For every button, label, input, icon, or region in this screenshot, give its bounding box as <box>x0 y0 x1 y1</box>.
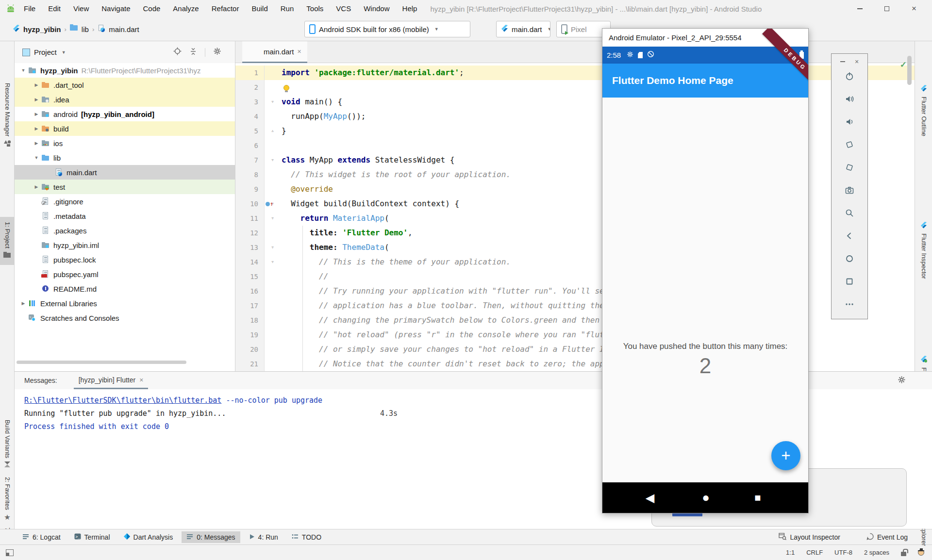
increment-fab-button[interactable]: + <box>771 441 800 470</box>
menu-help[interactable]: Help <box>396 0 424 17</box>
tab-main-dart[interactable]: main.dart × <box>242 41 307 63</box>
sidebar-item-2-favorites[interactable]: 2: Favorites★ <box>0 477 15 522</box>
code-line-2[interactable]: 2 <box>235 80 915 95</box>
tree-item-external-libraries[interactable]: ▶External Libraries <box>15 296 235 311</box>
indent-setting[interactable]: 2 spaces <box>864 549 889 556</box>
minimize-emulator-icon[interactable] <box>840 61 845 62</box>
code-editor[interactable]: 1import 'package:flutter/material.dart';… <box>235 63 915 371</box>
editor-area[interactable]: main.dart × 1import 'package:flutter/mat… <box>235 41 915 371</box>
code-line-7[interactable]: 7▿class MyApp extends StatelessWidget { <box>235 153 915 167</box>
horizontal-scrollbar[interactable] <box>17 361 186 364</box>
rotate-left-button[interactable] <box>844 140 855 149</box>
maximize-window-icon[interactable] <box>881 4 893 14</box>
tool-window-switcher-icon[interactable] <box>6 549 14 556</box>
menu-navigate[interactable]: Navigate <box>95 0 136 17</box>
fold-marker-icon[interactable]: ▿ <box>271 244 274 250</box>
project-view-selector[interactable]: Project <box>34 48 57 56</box>
inspections-ok-icon[interactable]: ✓ <box>900 60 907 70</box>
tree-item-lib[interactable]: ▼lib <box>15 150 235 165</box>
tree-item-pubspec-lock[interactable]: pubspec.lock <box>15 252 235 267</box>
settings-gear-icon[interactable] <box>213 47 221 57</box>
nav-back-button[interactable]: ◀ <box>640 482 660 513</box>
menu-refactor[interactable]: Refactor <box>205 0 246 17</box>
minimize-window-icon[interactable] <box>853 4 866 14</box>
rotate-right-button[interactable] <box>844 163 855 172</box>
tree-collapsed-icon[interactable]: ▶ <box>32 141 41 146</box>
code-line-10[interactable]: 10▿↑ Widget build(BuildContext context) … <box>235 197 915 211</box>
tree-item-pubspec-yaml[interactable]: pubspec.yaml <box>15 267 235 281</box>
code-line-3[interactable]: 3▿void main() { <box>235 95 915 109</box>
file-encoding[interactable]: UTF-8 <box>834 549 852 556</box>
messages-flutter-tab[interactable]: [hyzp_yibin] Flutter × <box>74 372 149 389</box>
console-link[interactable]: R:\Flutter\FlutterSDK\flutter\bin\flutte… <box>24 396 221 405</box>
back-button[interactable] <box>844 231 855 241</box>
more-button[interactable] <box>844 299 855 309</box>
code-line-11[interactable]: 11▿ return MaterialApp( <box>235 211 915 226</box>
close-window-icon[interactable]: × <box>908 4 920 14</box>
code-line-17[interactable]: 17 // application has a blue toolbar. Th… <box>235 298 915 313</box>
menu-edit[interactable]: Edit <box>42 0 67 17</box>
editor-scrollbar[interactable] <box>907 56 912 85</box>
tree-item-build[interactable]: ▶build <box>15 121 235 136</box>
sidebar-item-flutter-outline[interactable]: Flutter Outline <box>915 85 932 136</box>
tree-expanded-icon[interactable]: ▼ <box>18 68 28 73</box>
sidebar-item-resource-manager[interactable]: Resource Manager <box>0 83 15 149</box>
code-line-13[interactable]: 13▿ theme: ThemeData( <box>235 240 915 255</box>
fold-marker-icon[interactable]: ▿ <box>271 99 274 105</box>
tree-item-packages[interactable]: .packages <box>15 223 235 238</box>
tree-collapsed-icon[interactable]: ▶ <box>32 112 41 116</box>
close-tab-icon[interactable]: × <box>139 376 143 384</box>
tree-item-metadata[interactable]: .metadata <box>15 209 235 223</box>
tree-collapsed-icon[interactable]: ▶ <box>32 184 41 189</box>
statusbar-button-layout-inspector[interactable]: Layout Inspector <box>774 531 845 544</box>
menu-build[interactable]: Build <box>245 0 274 17</box>
volume-up-button[interactable] <box>844 94 855 104</box>
code-line-5[interactable]: 5▵} <box>235 124 915 138</box>
tree-item-hyzp-yibin-iml[interactable]: hyzp_yibin.iml <box>15 238 235 252</box>
toolwindow-button-4-run[interactable]: 4: Run <box>244 531 283 543</box>
code-line-14[interactable]: 14▿ // This is the theme of your applica… <box>235 255 915 269</box>
intention-bulb-icon[interactable] <box>283 85 289 91</box>
tree-item-main-dart[interactable]: main.dart <box>15 165 235 180</box>
code-line-8[interactable]: 8 // This widget is the root of your app… <box>235 167 915 182</box>
breadcrumb-item-hyzp-yibin[interactable]: hyzp_yibin <box>23 25 61 33</box>
menu-analyze[interactable]: Analyze <box>166 0 205 17</box>
collapse-all-icon[interactable] <box>189 48 197 57</box>
override-marker-icon[interactable]: ↑ <box>266 201 273 206</box>
menu-vcs[interactable]: VCS <box>330 0 357 17</box>
tree-item-readme-md[interactable]: README.md <box>15 281 235 296</box>
caret-position[interactable]: 1:1 <box>786 549 795 556</box>
zoom-button[interactable] <box>844 208 855 218</box>
close-emulator-icon[interactable]: × <box>855 58 859 66</box>
nav-home-button[interactable]: ● <box>696 482 716 513</box>
tree-collapsed-icon[interactable]: ▶ <box>32 126 41 131</box>
menu-window[interactable]: Window <box>357 0 396 17</box>
statusbar-button-event-log[interactable]: Event Log <box>862 531 913 544</box>
menu-run[interactable]: Run <box>274 0 300 17</box>
tree-item-test[interactable]: ▶test <box>15 180 235 194</box>
toolwindow-button-dart-analysis[interactable]: Dart Analysis <box>119 531 178 543</box>
fold-marker-icon[interactable]: ▿ <box>271 157 274 163</box>
sidebar-item-build-variants[interactable]: Build Variants <box>0 420 15 470</box>
tree-collapsed-icon[interactable]: ▶ <box>32 82 41 87</box>
tree-item-dart-tool[interactable]: ▶.dart_tool <box>15 78 235 92</box>
nav-overview-button[interactable]: ■ <box>748 482 767 513</box>
tree-expanded-icon[interactable]: ▼ <box>32 155 41 160</box>
tree-item-idea[interactable]: ▶.idea <box>15 92 235 107</box>
chevron-down-icon[interactable]: ▼ <box>62 50 66 55</box>
overview-button[interactable] <box>844 277 855 286</box>
code-line-9[interactable]: 9 @override <box>235 182 915 197</box>
sidebar-item-flutter-inspector[interactable]: Flutter Inspector <box>915 222 932 279</box>
code-line-4[interactable]: 4 runApp(MyApp()); <box>235 109 915 124</box>
code-line-16[interactable]: 16 // Try running your application with … <box>235 284 915 298</box>
breadcrumb-item-lib[interactable]: lib <box>82 25 89 33</box>
code-line-21[interactable]: 21 // Notice that the counter didn't res… <box>235 357 915 371</box>
code-line-12[interactable]: 12 title: 'Flutter Demo', <box>235 226 915 240</box>
tree-item-android[interactable]: ▶android[hyzp_yibin_android] <box>15 107 235 121</box>
readonly-lock-icon[interactable] <box>901 552 906 556</box>
fold-marker-icon[interactable]: ▿ <box>271 259 274 265</box>
tree-item-gitignore[interactable]: .gitignore <box>15 194 235 209</box>
line-separator[interactable]: CRLF <box>806 549 823 556</box>
tree-item-scratches-and-consoles[interactable]: ›Scratches and Consoles <box>15 311 235 325</box>
menu-file[interactable]: File <box>17 0 42 17</box>
